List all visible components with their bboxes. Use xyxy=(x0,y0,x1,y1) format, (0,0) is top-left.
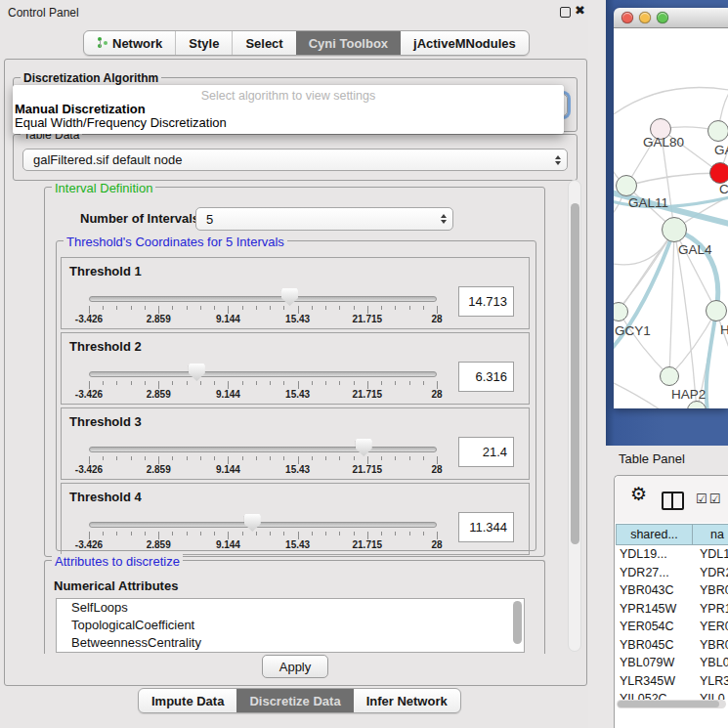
list-item[interactable]: SelfLoops xyxy=(57,599,524,617)
table-data-combobox[interactable]: galFiltered.sif default node xyxy=(22,149,568,171)
table-row[interactable]: YIL052CYIL0 xyxy=(616,690,728,700)
network-node[interactable] xyxy=(706,300,727,321)
list-item[interactable]: BetweennessCentrality xyxy=(57,634,524,652)
table-cell: YLR3 xyxy=(697,674,728,688)
tick-mark xyxy=(256,456,257,460)
tick-mark xyxy=(367,381,368,389)
threshold-value-field[interactable]: 11.344 xyxy=(458,512,514,542)
tick-mark xyxy=(312,456,313,460)
tick-mark xyxy=(145,532,146,535)
slider-track[interactable] xyxy=(89,447,437,452)
network-node[interactable] xyxy=(709,162,728,184)
minimize-light-icon[interactable] xyxy=(639,12,651,23)
threshold-slider[interactable]: -3.4262.8599.14415.4321.71528 xyxy=(89,513,437,552)
tab-jactivemnodules[interactable]: jActiveMNodules xyxy=(401,31,529,55)
close-light-icon[interactable] xyxy=(621,12,633,23)
network-node[interactable] xyxy=(662,217,687,242)
table-row[interactable]: YBR043CYBR0 xyxy=(616,581,728,600)
tick-label: 9.144 xyxy=(216,389,240,400)
tab-style[interactable]: Style xyxy=(175,31,232,55)
table-row[interactable]: YBR045CYBR0 xyxy=(616,636,728,655)
tick-mark xyxy=(423,306,424,310)
split-columns-icon[interactable] xyxy=(662,492,684,510)
threshold-panel: Threshold 1-3.4262.8599.14415.4321.71528… xyxy=(61,257,530,329)
tab-infer-network[interactable]: Infer Network xyxy=(354,689,460,712)
tick-label: 2.859 xyxy=(147,464,171,475)
threshold-slider[interactable]: -3.4262.8599.14415.4321.71528 xyxy=(89,438,437,477)
tab-impute-data[interactable]: Impute Data xyxy=(139,689,236,712)
tick-mark xyxy=(242,381,243,385)
threshold-value-field[interactable]: 6.316 xyxy=(458,362,514,392)
tab-discretize-data[interactable]: Discretize Data xyxy=(236,689,353,712)
tick-mark xyxy=(103,456,104,460)
tick-mark xyxy=(89,456,90,464)
table-row[interactable]: YDR27...YDR2 xyxy=(616,564,728,582)
table-row[interactable]: YDL19...YDL1 xyxy=(616,545,728,564)
threshold-panels: Threshold 1-3.4262.8599.14415.4321.71528… xyxy=(61,257,530,558)
table-hscrollbar-thumb[interactable] xyxy=(618,701,719,707)
network-window-titlebar[interactable] xyxy=(614,8,728,28)
threshold-value-field[interactable]: 14.713 xyxy=(458,286,514,317)
tick-mark xyxy=(395,306,396,310)
slider-track[interactable] xyxy=(89,371,437,377)
network-node[interactable] xyxy=(707,120,728,142)
tick-mark xyxy=(187,381,188,385)
table-column-header[interactable]: shared... xyxy=(616,524,693,545)
threshold-value-field[interactable]: 21.4 xyxy=(458,437,514,467)
algorithm-option[interactable]: Equal Width/Frequency Discretization xyxy=(15,116,562,130)
network-window[interactable]: GAL80GACGAL11GAL4GCY1HHAP2 xyxy=(614,8,728,408)
float-window-icon[interactable] xyxy=(560,7,571,18)
tick-mark xyxy=(172,306,173,310)
checkbox-columns-icon[interactable]: ☑☑ xyxy=(696,492,722,506)
tab-select[interactable]: Select xyxy=(232,31,295,55)
threshold-slider[interactable]: -3.4262.8599.14415.4321.71528 xyxy=(89,363,437,402)
threshold-slider[interactable]: -3.4262.8599.14415.4321.71528 xyxy=(89,287,437,326)
table-row[interactable]: YLR345WYLR3 xyxy=(616,672,728,691)
tick-mark xyxy=(339,306,340,310)
list-scrollbar-thumb[interactable] xyxy=(513,601,522,644)
network-node[interactable] xyxy=(660,366,679,386)
numerical-attributes-list[interactable]: SelfLoopsTopologicalCoefficientBetweenne… xyxy=(56,598,525,653)
combo-stepper-icon xyxy=(435,208,452,230)
tab-network[interactable]: Network xyxy=(84,31,175,55)
slider-thumb-icon[interactable] xyxy=(189,364,205,381)
tick-mark xyxy=(381,532,382,535)
table-row[interactable]: YBL079WYBL0 xyxy=(616,654,728,672)
slider-thumb-icon[interactable] xyxy=(356,439,372,456)
tick-mark xyxy=(270,306,271,310)
table-hscrollbar[interactable] xyxy=(617,700,726,708)
tick-mark xyxy=(200,456,201,460)
tick-mark xyxy=(256,381,257,385)
network-node[interactable] xyxy=(616,175,637,196)
node-label: GCY1 xyxy=(615,323,651,338)
threshold-label: Threshold 1 xyxy=(69,264,142,278)
panel-scrollbar-thumb[interactable] xyxy=(571,203,579,544)
tick-mark xyxy=(325,306,326,310)
network-canvas[interactable]: GAL80GACGAL11GAL4GCY1HHAP2 xyxy=(614,28,728,408)
table-column-header[interactable]: na xyxy=(693,524,728,545)
panel-scrollbar[interactable] xyxy=(568,180,581,652)
tick-mark xyxy=(214,381,215,385)
table-row[interactable]: YER054CYER0 xyxy=(616,618,728,636)
slider-track[interactable] xyxy=(89,522,437,528)
table-row[interactable]: YPR145WYPR1 xyxy=(616,600,728,619)
gear-icon[interactable]: ⚙ xyxy=(630,485,647,503)
apply-button[interactable]: Apply xyxy=(262,655,328,678)
tick-mark xyxy=(354,456,355,460)
tick-label: -3.426 xyxy=(75,314,103,324)
tick-label: 21.715 xyxy=(353,389,383,400)
algorithm-option[interactable]: Manual Discretization xyxy=(15,103,562,116)
close-icon[interactable]: ✖ xyxy=(575,3,585,18)
list-item[interactable]: TopologicalCoefficient xyxy=(57,617,524,634)
tick-mark xyxy=(423,532,424,535)
tick-mark xyxy=(270,381,271,385)
slider-thumb-icon[interactable] xyxy=(244,514,261,532)
tab-cyni-toolbox[interactable]: Cyni Toolbox xyxy=(296,31,401,55)
tick-label: -3.426 xyxy=(75,539,103,550)
number-of-intervals-combobox[interactable]: 5 xyxy=(195,207,453,231)
slider-thumb-icon[interactable] xyxy=(281,288,298,306)
zoom-light-icon[interactable] xyxy=(657,12,668,23)
tick-mark xyxy=(187,306,188,310)
slider-track[interactable] xyxy=(89,296,437,302)
node-label: GA xyxy=(714,143,728,157)
